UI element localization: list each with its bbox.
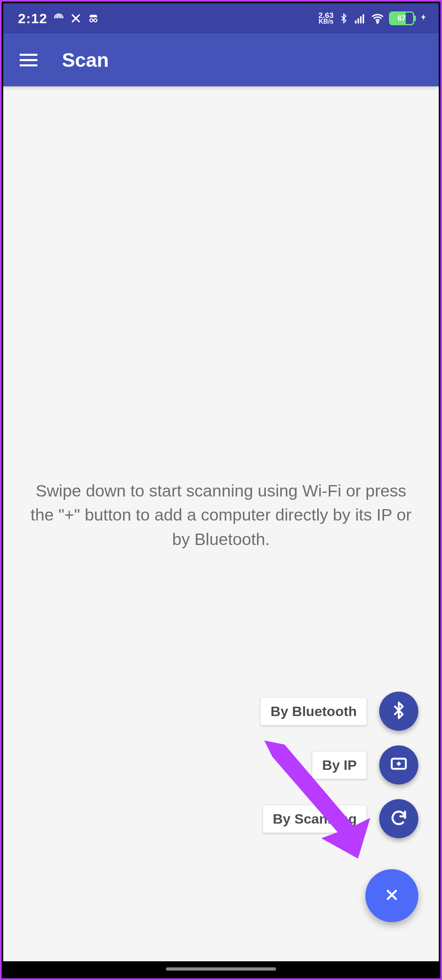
fab-label-bluetooth: By Bluetooth (260, 697, 367, 725)
svg-point-6 (377, 21, 378, 23)
monitor-add-icon (389, 755, 408, 775)
page-title: Scan (62, 49, 109, 71)
svg-rect-5 (362, 14, 364, 24)
svg-point-0 (90, 19, 93, 22)
main-content[interactable]: Swipe down to start scanning using Wi-Fi… (3, 86, 439, 977)
navigation-bar (3, 961, 439, 977)
battery-indicator: 67 (389, 11, 414, 25)
tools-icon (70, 13, 82, 24)
status-bar: 2:12 2.63 KB/s (3, 3, 439, 33)
empty-state-hint: Swipe down to start scanning using Wi-Fi… (25, 479, 417, 552)
menu-button[interactable] (20, 54, 38, 66)
status-left: 2:12 (18, 11, 99, 26)
fab-label-ip: By IP (312, 751, 367, 779)
app-bar: Scan (3, 33, 439, 86)
add-by-bluetooth-button[interactable] (379, 692, 418, 731)
svg-point-1 (94, 19, 97, 22)
svg-rect-3 (358, 18, 359, 24)
charging-icon (420, 12, 427, 25)
status-right: 2.63 KB/s 67 (318, 11, 427, 25)
fab-item-bluetooth: By Bluetooth (260, 692, 418, 731)
refresh-icon (389, 809, 408, 829)
svg-rect-4 (360, 16, 362, 24)
fab-menu: By Bluetooth By IP By Scanning (260, 692, 418, 922)
gesture-handle[interactable] (166, 967, 276, 971)
bluetooth-icon (389, 701, 408, 721)
bluetooth-status-icon (338, 13, 349, 24)
add-by-scanning-button[interactable] (379, 799, 418, 838)
fab-main-button[interactable] (365, 869, 418, 922)
fab-label-scanning: By Scanning (263, 805, 367, 833)
svg-rect-2 (355, 20, 357, 24)
status-clock: 2:12 (18, 11, 47, 26)
wifi-icon (371, 12, 384, 25)
fingerprint-icon (53, 13, 64, 24)
add-by-ip-button[interactable] (379, 745, 418, 784)
network-speed: 2.63 KB/s (318, 12, 334, 24)
signal-icon (354, 12, 366, 24)
close-icon (384, 887, 400, 905)
fab-item-ip: By IP (312, 745, 418, 784)
incognito-icon (87, 12, 99, 24)
fab-item-scanning: By Scanning (263, 799, 418, 838)
